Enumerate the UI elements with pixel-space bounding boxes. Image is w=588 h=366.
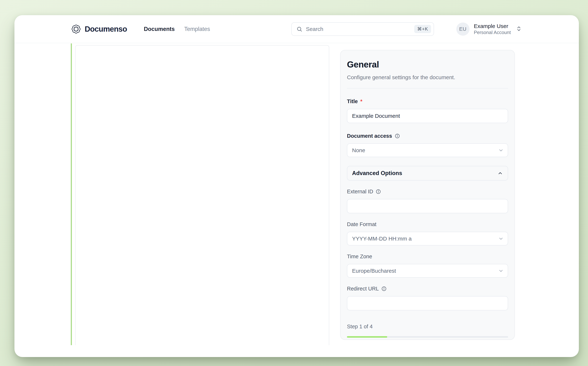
panel-divider (347, 88, 508, 89)
chevron-down-icon (498, 268, 504, 274)
user-name: Example User (474, 23, 511, 29)
redirect-url-label: Redirect URL (347, 286, 508, 292)
title-input[interactable] (347, 109, 508, 123)
document-viewer (71, 43, 329, 357)
content-area: General Configure general settings for t… (15, 43, 579, 357)
panel-title: General (347, 60, 508, 69)
brand-name: Documenso (85, 25, 127, 33)
general-settings-panel: General Configure general settings for t… (340, 50, 515, 340)
chevron-down-icon (498, 148, 504, 153)
chevron-down-icon (498, 236, 504, 241)
title-label: Title* (347, 99, 508, 104)
nav-templates[interactable]: Templates (184, 26, 210, 32)
document-access-select[interactable]: None (347, 143, 508, 157)
user-menu[interactable]: EU Example User Personal Account (456, 23, 522, 36)
advanced-options-toggle[interactable]: Advanced Options (347, 166, 508, 181)
app-window: Documenso Documents Templates ⌘+K EU Exa… (15, 15, 579, 357)
app-header: Documenso Documents Templates ⌘+K EU Exa… (15, 15, 579, 43)
time-zone-label: Time Zone (347, 253, 508, 259)
info-icon[interactable] (395, 133, 400, 139)
viewer-accent-line (71, 43, 72, 345)
time-zone-select[interactable]: Europe/Bucharest (347, 264, 508, 278)
user-account-type: Personal Account (474, 30, 511, 35)
date-format-label: Date Format (347, 221, 508, 227)
documenso-logo-icon (72, 24, 81, 34)
nav-documents[interactable]: Documents (144, 26, 175, 32)
chevron-up-icon (498, 170, 503, 176)
step-progress-fill (347, 336, 387, 338)
document-page (75, 45, 329, 345)
brand[interactable]: Documenso (72, 24, 127, 34)
document-access-label: Document access (347, 133, 508, 139)
document-access-value: None (352, 147, 365, 153)
search-icon (296, 26, 302, 32)
external-id-input[interactable] (347, 199, 508, 213)
search-input[interactable] (306, 26, 411, 32)
panel-description: Configure general settings for the docum… (347, 74, 508, 80)
avatar: EU (456, 23, 469, 36)
advanced-options-label: Advanced Options (352, 170, 402, 176)
step-indicator: Step 1 of 4 (347, 324, 508, 330)
required-asterisk: * (360, 99, 362, 104)
info-icon[interactable] (381, 286, 387, 291)
main-nav: Documents Templates (144, 26, 210, 32)
info-icon[interactable] (376, 189, 381, 194)
step-progress-track (347, 336, 508, 338)
search-bar[interactable]: ⌘+K (291, 22, 434, 36)
external-id-label: External ID (347, 189, 508, 195)
date-format-select[interactable]: YYYY-MM-DD HH:mm a (347, 232, 508, 245)
time-zone-value: Europe/Bucharest (352, 268, 396, 274)
search-shortcut-badge: ⌘+K (414, 25, 431, 33)
redirect-url-input[interactable] (347, 296, 508, 310)
chevrons-up-down-icon (516, 26, 522, 32)
date-format-value: YYYY-MM-DD HH:mm a (352, 236, 412, 242)
